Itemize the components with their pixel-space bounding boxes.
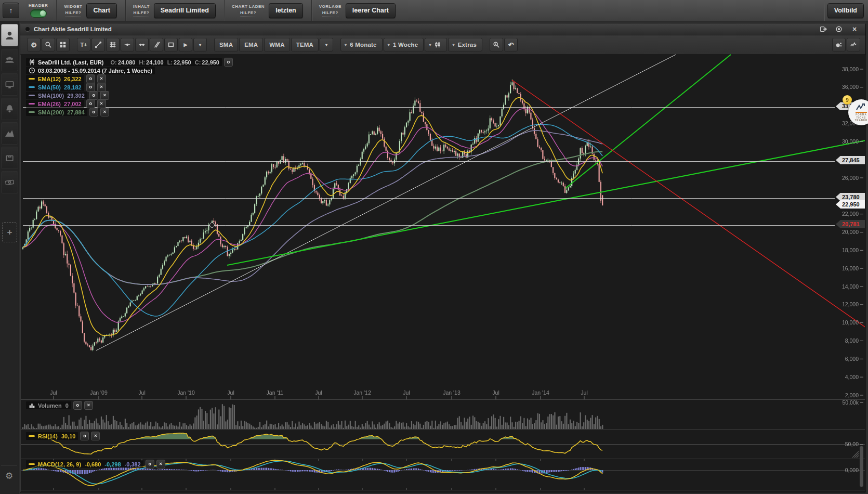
indicator-settings-button[interactable]: o	[89, 91, 98, 100]
divider	[311, 0, 312, 21]
low-value: 22,950	[174, 59, 191, 66]
scrollbar-thumb[interactable]	[860, 446, 863, 487]
vorlage-help-label[interactable]: VORLAGEHILFE?	[319, 4, 341, 17]
indicator-value: 27,884	[67, 109, 85, 115]
sidebar-item-desktop[interactable]	[1, 73, 18, 96]
chart-canvas[interactable]	[21, 54, 865, 492]
macd-values: -0,680-0,298-0,382	[81, 461, 141, 467]
chart-settings-button[interactable]: ⚙	[27, 38, 41, 51]
chart-type-dropdown[interactable]: ▾	[425, 38, 447, 51]
undo-button[interactable]: ↶	[504, 38, 518, 51]
indicator-settings-button[interactable]: o	[89, 108, 98, 116]
indicator-settings-button[interactable]: o	[86, 74, 95, 83]
resize-grip[interactable]	[852, 451, 859, 460]
volume-settings-button[interactable]: o	[73, 401, 82, 410]
header-toggle-group: HEADER	[29, 3, 48, 18]
trendline-tool-button[interactable]	[91, 38, 105, 51]
volume-remove-button[interactable]: ×	[84, 401, 93, 410]
up-arrow-icon: ↑	[9, 6, 13, 15]
chevron-down-icon: ▾	[429, 43, 431, 47]
chart-laden-help-label[interactable]: CHART LADENHILFE?	[232, 4, 265, 17]
wma-button[interactable]: WMA	[264, 38, 290, 51]
leerer-chart-button[interactable]: leerer Chart	[346, 3, 396, 18]
popout-button[interactable]	[819, 25, 828, 33]
sidebar-item-alerts[interactable]	[1, 98, 18, 120]
indicator-name: EMA(26)	[38, 101, 61, 107]
search-button[interactable]	[42, 38, 55, 51]
pencil-tool-button[interactable]	[150, 38, 163, 51]
top-toolbar: ↑ HEADER WIDGETHILFE? Chart INHALTHILFE?…	[0, 0, 868, 21]
indicator-remove-button[interactable]: ×	[97, 99, 106, 108]
indicator-remove-button[interactable]: ×	[100, 108, 109, 116]
hline-tool-button[interactable]	[121, 38, 134, 51]
indicator-remove-button[interactable]: ×	[97, 83, 106, 92]
sma-button[interactable]: SMA	[214, 38, 238, 51]
ema-button[interactable]: EMA	[239, 38, 263, 51]
rsi-settings-button[interactable]: o	[80, 432, 89, 440]
sidebar-item-contacts[interactable]	[1, 49, 18, 71]
text-tool-button[interactable]: T+	[77, 38, 90, 51]
range-dropdown[interactable]: ▾6 Monate	[340, 38, 383, 51]
collapse-header-button[interactable]: ↑	[3, 3, 19, 18]
indicator-remove-button[interactable]: ×	[100, 91, 109, 100]
add-widget-button[interactable]: +	[2, 222, 17, 242]
chart-button[interactable]: Chart	[86, 3, 117, 18]
widget-help-label[interactable]: WIDGETHILFE?	[64, 4, 82, 17]
gear-icon: ⚙	[31, 41, 37, 49]
letzten-button[interactable]: letzten	[269, 3, 303, 18]
price-tag[interactable]: 22,950	[836, 200, 865, 209]
legend-indicator-row: SMA(50)28,182o×	[26, 83, 233, 91]
chevron-down-icon: ▾	[452, 43, 454, 47]
target-button[interactable]	[834, 25, 844, 33]
close-button[interactable]: ×	[850, 25, 859, 33]
tools-dropdown[interactable]: ▾	[193, 38, 207, 51]
indicator-settings-button[interactable]: o	[86, 83, 95, 92]
instrument-title: SeaDrill Ltd. (Last, EUR)	[38, 59, 104, 66]
macd-value: -0,680	[85, 461, 101, 467]
rsi-remove-button[interactable]: ×	[91, 432, 100, 440]
rectangle-tool-button[interactable]	[164, 38, 178, 51]
extras-dropdown[interactable]: ▾Extras	[448, 38, 482, 51]
tema-button[interactable]: TEMA	[291, 38, 319, 51]
layout-button[interactable]	[56, 38, 70, 51]
fibonacci-tool-button[interactable]	[106, 38, 120, 51]
indicator-remove-button[interactable]: ×	[97, 74, 106, 83]
chevron-down-icon: ▾	[345, 43, 347, 47]
volume-icon	[29, 402, 35, 409]
indicator-color-dash	[29, 111, 35, 113]
macd-legend: MACD(12, 26, 9) -0,680-0,298-0,382 o ×	[26, 460, 165, 469]
instrument-settings-button[interactable]: o	[224, 58, 233, 67]
indicator-name: EMA(12)	[38, 76, 61, 82]
hline-extend-tool-button[interactable]	[135, 38, 149, 51]
flag-tool-icon: ▶	[184, 42, 188, 47]
macd-settings-button[interactable]: o	[146, 460, 154, 469]
chevron-down-icon: ▾	[325, 43, 327, 47]
price-tag[interactable]: 23,780	[836, 193, 865, 201]
indicator-settings-button[interactable]: o	[86, 99, 95, 108]
interval-dropdown[interactable]: ▾1 Woche	[384, 38, 424, 51]
sidebar-item-money[interactable]	[1, 171, 18, 193]
sidebar-settings-button[interactable]: ⚙	[1, 465, 17, 486]
price-tag[interactable]: 27,845	[836, 156, 865, 164]
indicators-dropdown[interactable]: ▾	[320, 38, 333, 51]
header-toggle[interactable]	[30, 9, 47, 18]
sidebar-item-charts[interactable]	[1, 122, 18, 145]
inhalt-help-label[interactable]: INHALTHILFE?	[133, 4, 150, 17]
window-titlebar[interactable]: Chart Aktie Seadrill Limited ×	[20, 23, 865, 35]
bubbles-button[interactable]	[832, 38, 846, 51]
symbol-button[interactable]: Seadrill Limited	[154, 3, 216, 18]
bell-icon	[5, 104, 15, 114]
zoom-in-button[interactable]	[490, 38, 503, 51]
chart-area: SeaDrill Ltd. (Last, EUR) O:24,080 H:24,…	[21, 54, 865, 492]
chart-legend: SeaDrill Ltd. (Last, EUR) O:24,080 H:24,…	[26, 58, 233, 116]
notification-badge[interactable]: 9	[843, 95, 852, 105]
macd-remove-button[interactable]: ×	[156, 460, 165, 469]
flag-tool-button[interactable]: ▶	[179, 38, 192, 51]
legend-indicator-row: SMA(100)29,302o×	[26, 92, 233, 99]
sidebar-item-archive[interactable]	[1, 147, 18, 169]
price-tag[interactable]: 20,781	[836, 220, 865, 228]
indicator-value: 27,002	[64, 101, 82, 107]
sidebar-item-profile[interactable]	[1, 24, 18, 46]
fullscreen-button[interactable]: Vollbild	[827, 3, 864, 18]
linechart-button[interactable]	[847, 38, 860, 51]
